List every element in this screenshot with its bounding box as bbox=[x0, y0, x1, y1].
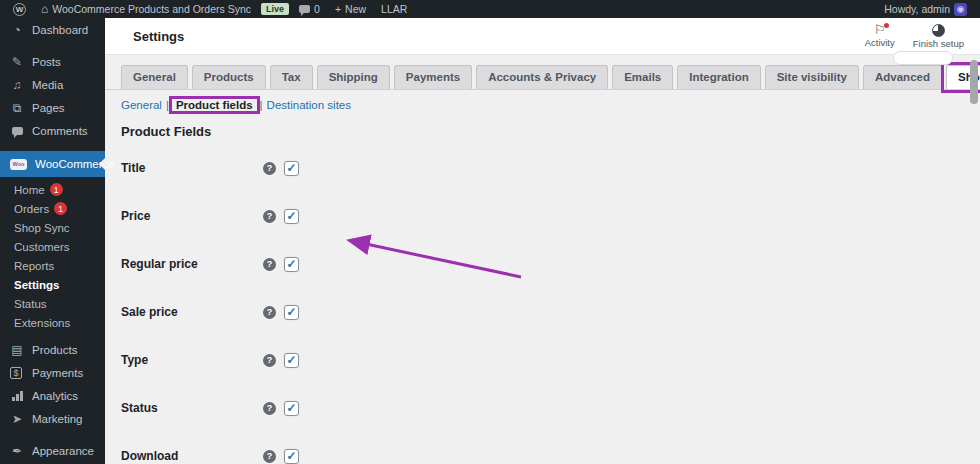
section-title: Product Fields bbox=[105, 112, 980, 139]
scrollbar-thumb[interactable] bbox=[970, 60, 978, 104]
subnav-link-general[interactable]: General bbox=[121, 99, 162, 111]
sidebar-item-woocommerce[interactable]: Woo WooCommerce bbox=[0, 151, 105, 177]
dollar-icon: $ bbox=[10, 367, 24, 379]
brush-icon: ✒ bbox=[10, 444, 24, 458]
comment-bubble-icon bbox=[299, 5, 310, 13]
wordpress-logo-icon[interactable]: W bbox=[8, 3, 31, 16]
tab-products[interactable]: Products bbox=[192, 65, 266, 89]
tab-general[interactable]: General bbox=[121, 65, 188, 89]
pin-icon: ✎ bbox=[10, 55, 24, 69]
llar-menu[interactable]: LLAR bbox=[376, 3, 412, 15]
tab-tax[interactable]: Tax bbox=[270, 65, 313, 89]
sidebar-item-payments[interactable]: $ Payments bbox=[0, 361, 105, 384]
help-icon[interactable]: ? bbox=[263, 354, 276, 367]
comments-admin-item[interactable]: 0 bbox=[294, 3, 325, 15]
bar-chart-icon bbox=[10, 390, 24, 401]
pages-icon: ⧉ bbox=[10, 101, 24, 115]
sidebar-item-products[interactable]: ▤ Products bbox=[0, 338, 105, 361]
field-row-type: Type ? ✓ bbox=[105, 336, 980, 384]
megaphone-icon: ➤ bbox=[10, 412, 24, 426]
new-content-menu[interactable]: + New bbox=[330, 3, 371, 15]
help-icon[interactable]: ? bbox=[263, 450, 276, 463]
help-icon[interactable]: ? bbox=[263, 162, 276, 175]
field-row-regular-price: Regular price ? ✓ bbox=[105, 240, 980, 288]
tab-advanced[interactable]: Advanced bbox=[863, 65, 942, 89]
finish-setup-button[interactable]: Finish setup bbox=[913, 24, 964, 49]
submenu-item-customers[interactable]: Customers bbox=[0, 237, 105, 256]
field-row-download: Download ? ✓ bbox=[105, 432, 980, 464]
sidebar-separator bbox=[0, 142, 105, 151]
activity-button[interactable]: ⚐ Activity bbox=[865, 24, 895, 49]
submenu-item-orders[interactable]: Orders 1 bbox=[0, 199, 105, 218]
panel-edge bbox=[893, 51, 953, 65]
main-content: Settings ⚐ Activity Finish setup General… bbox=[105, 18, 980, 464]
woocommerce-submenu: Home 1 Orders 1 Shop Sync Customers Repo… bbox=[0, 177, 105, 338]
subnav-current-product-fields[interactable]: Product fields bbox=[173, 98, 256, 112]
checkbox-sale-price[interactable]: ✓ bbox=[284, 305, 299, 320]
woocommerce-icon: Woo bbox=[10, 159, 27, 170]
flag-icon: ⚐ bbox=[874, 24, 886, 36]
tab-emails[interactable]: Emails bbox=[612, 65, 673, 89]
submenu-item-extensions[interactable]: Extensions bbox=[0, 313, 105, 332]
submenu-item-status[interactable]: Status bbox=[0, 294, 105, 313]
tab-accounts-privacy[interactable]: Accounts & Privacy bbox=[476, 65, 608, 89]
submenu-item-settings[interactable]: Settings bbox=[0, 275, 105, 294]
checkbox-status[interactable]: ✓ bbox=[284, 401, 299, 416]
admin-sidebar: ◔ Dashboard ✎ Posts ♫ Media ⧉ Pages Comm… bbox=[0, 18, 105, 464]
progress-circle-icon bbox=[932, 24, 945, 37]
home-icon: ⌂ bbox=[41, 3, 48, 15]
site-menu[interactable]: ⌂ WooCommerce Products and Orders Sync bbox=[36, 3, 256, 15]
media-icon: ♫ bbox=[10, 78, 24, 92]
plus-icon: + bbox=[335, 3, 341, 15]
site-name: WooCommerce Products and Orders Sync bbox=[52, 3, 251, 15]
help-icon[interactable]: ? bbox=[263, 402, 276, 415]
comments-icon bbox=[10, 124, 24, 138]
admin-bar: W ⌂ WooCommerce Products and Orders Sync… bbox=[0, 0, 980, 18]
checkbox-title[interactable]: ✓ bbox=[284, 161, 299, 176]
field-row-title: Title ? ✓ bbox=[105, 144, 980, 192]
wordpress-admin-page: W ⌂ WooCommerce Products and Orders Sync… bbox=[0, 0, 980, 464]
subnav-link-destination-sites[interactable]: Destination sites bbox=[267, 99, 351, 111]
sidebar-item-media[interactable]: ♫ Media bbox=[0, 73, 105, 96]
help-icon[interactable]: ? bbox=[263, 258, 276, 271]
woocommerce-header: Settings ⚐ Activity Finish setup bbox=[105, 18, 980, 55]
live-badge: Live bbox=[261, 3, 289, 15]
sidebar-item-analytics[interactable]: Analytics bbox=[0, 384, 105, 407]
dashboard-icon: ◔ bbox=[10, 23, 24, 37]
help-icon[interactable]: ? bbox=[263, 210, 276, 223]
sidebar-item-marketing[interactable]: ➤ Marketing bbox=[0, 407, 105, 430]
sidebar-item-pages[interactable]: ⧉ Pages bbox=[0, 96, 105, 119]
checkbox-type[interactable]: ✓ bbox=[284, 353, 299, 368]
checkbox-price[interactable]: ✓ bbox=[284, 209, 299, 224]
sidebar-item-appearance[interactable]: ✒ Appearance bbox=[0, 439, 105, 462]
sidebar-item-dashboard[interactable]: ◔ Dashboard bbox=[0, 18, 105, 41]
product-fields-list: Title ? ✓ Price ? ✓ Regular price ? ✓ Sa… bbox=[105, 144, 980, 464]
field-row-sale-price: Sale price ? ✓ bbox=[105, 288, 980, 336]
howdy-account-menu[interactable]: Howdy, admin ◉ bbox=[879, 3, 972, 16]
sidebar-item-comments[interactable]: Comments bbox=[0, 119, 105, 142]
sidebar-separator bbox=[0, 41, 105, 50]
avatar: ◉ bbox=[954, 3, 967, 16]
tab-site-visibility[interactable]: Site visibility bbox=[765, 65, 859, 89]
field-row-price: Price ? ✓ bbox=[105, 192, 980, 240]
archive-box-icon: ▤ bbox=[10, 343, 24, 357]
notification-badge: 1 bbox=[54, 202, 67, 215]
submenu-item-home[interactable]: Home 1 bbox=[0, 180, 105, 199]
tab-payments[interactable]: Payments bbox=[394, 65, 472, 89]
comments-count: 0 bbox=[314, 3, 320, 15]
sidebar-item-posts[interactable]: ✎ Posts bbox=[0, 50, 105, 73]
settings-tab-bar: General Products Tax Shipping Payments A… bbox=[105, 55, 980, 90]
help-icon[interactable]: ? bbox=[263, 306, 276, 319]
field-row-status: Status ? ✓ bbox=[105, 384, 980, 432]
sidebar-separator bbox=[0, 430, 105, 439]
shop-sync-subnav: General | Product fields | Destination s… bbox=[105, 90, 980, 112]
submenu-item-reports[interactable]: Reports bbox=[0, 256, 105, 275]
tab-integration[interactable]: Integration bbox=[677, 65, 760, 89]
tab-shipping[interactable]: Shipping bbox=[317, 65, 390, 89]
submenu-item-shop-sync[interactable]: Shop Sync bbox=[0, 218, 105, 237]
checkbox-download[interactable]: ✓ bbox=[284, 449, 299, 464]
notification-badge: 1 bbox=[50, 183, 63, 196]
page-title: Settings bbox=[133, 29, 184, 44]
checkbox-regular-price[interactable]: ✓ bbox=[284, 257, 299, 272]
